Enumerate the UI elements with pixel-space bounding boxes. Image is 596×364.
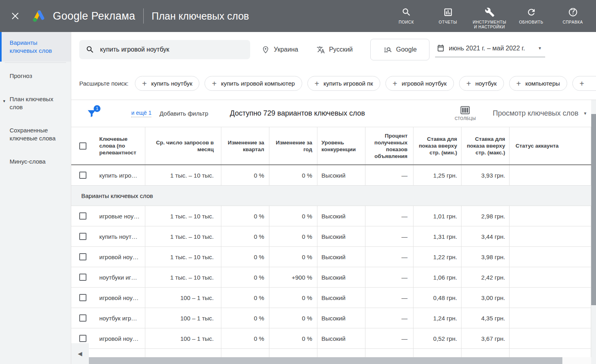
bid-high-cell: 4,35 грн. [462,308,510,328]
bid-low-cell: 1,22 грн. [413,247,462,267]
network-selector[interactable]: Google [370,39,429,60]
keyword-chip[interactable] [572,76,596,91]
col-header-bid-high[interactable]: Ставка для показа вверху стр. (макс.) [462,127,510,164]
col-header-impression-share[interactable]: Процент полученных показов объявления [365,127,413,164]
row-checkbox[interactable] [79,253,86,260]
year-change-cell: 0 % [269,206,317,226]
bid-high-cell: 3,44 грн. [462,226,510,246]
impression-share-cell: — [365,267,413,287]
quarter-change-cell: 0 % [221,328,269,348]
keyword-chip[interactable]: купить ноутбук [135,76,199,91]
table-row[interactable]: игровой ноу… 100 – 1 тыс. 0 % 0 % Высоки… [71,328,591,349]
sidebar: Варианты ключевых слов Прогноз ▼ План кл… [0,32,71,364]
competition-cell: Высокий [317,328,365,348]
row-checkbox[interactable] [79,233,86,240]
more-filters-link[interactable]: и ещё 1 [131,110,151,117]
keyword-search-input[interactable]: купить игровой ноутбук [79,40,250,59]
add-filter-button[interactable]: Добавить фильтр [159,110,208,117]
vertical-scrollbar-thumb[interactable] [591,114,596,305]
col-header-year-change[interactable]: Изменение за год [269,127,317,164]
keyword-cell: игровой ноу… [94,288,145,308]
topbar-divider [143,8,144,24]
account-status-cell [510,328,591,348]
available-count-text: Доступно 729 вариантов ключевых слов [230,109,365,118]
chevron-down-icon: ▼ [538,46,542,50]
keyword-chip[interactable]: купить игровой пк [307,76,380,91]
impression-share-cell: — [365,288,413,308]
sidebar-item-forecast[interactable]: Прогноз [0,66,71,86]
table-row[interactable]: купить игро… 1 тыс. – 10 тыс. 0 % 0 % Вы… [71,165,591,186]
tools-settings-action-button[interactable]: ИНСТРУМЕНТЫ И НАСТРОЙКИ [470,2,509,30]
brand-title: Google Реклама [53,10,135,22]
table-row[interactable]: купить ноут… 1 тыс. – 10 тыс. 0 % 0 % Вы… [71,226,591,247]
search-icon [401,7,411,17]
language-selector[interactable]: Русский [317,46,353,54]
translate-icon [317,46,325,54]
quarter-change-cell: 0 % [221,247,269,267]
search-action-button[interactable]: ПОИСК [387,2,425,25]
row-checkbox[interactable] [79,172,86,179]
volume-cell: 1 тыс. – 10 тыс. [145,206,221,226]
broaden-search-row: Расширьте поиск: купить ноутбук купить и… [71,67,596,100]
sidebar-item-keyword-ideas[interactable]: Варианты ключевых слов [0,32,71,62]
table-row[interactable]: ноутбуки иг… 1 тыс. – 10 тыс. 0 % +900 %… [71,267,591,288]
table-row[interactable]: ноутбук игр… 100 – 1 тыс. 0 % 0 % Высоки… [71,308,591,328]
year-change-cell: 0 % [269,328,317,348]
collapse-panel-button[interactable] [71,343,89,364]
col-header-competition[interactable]: Уровень конкуренции [317,127,365,164]
select-all-checkbox[interactable] [79,142,86,150]
keyword-chip[interactable]: игровой ноутбук [385,76,454,91]
account-status-cell [510,226,591,246]
col-header-keywords[interactable]: Ключевые слова (по релевантност [94,127,145,164]
view-selector[interactable]: Просмотр ключевых слов ▼ [493,109,587,118]
table-row[interactable]: игровой ноу… 100 – 1 тыс. 0 % 0 % Высоки… [71,288,591,308]
horizontal-scrollbar[interactable] [89,357,591,364]
volume-cell: 100 – 1 тыс. [145,328,221,348]
refresh-action-button[interactable]: ОБНОВИТЬ [512,2,550,25]
row-checkbox[interactable] [79,274,86,281]
table-row[interactable]: игровые ноу… 1 тыс. – 10 тыс. 0 % 0 % Вы… [71,206,591,226]
bid-high-cell: 3,93 грн. [462,165,510,185]
impression-share-cell: — [365,165,413,185]
horizontal-scrollbar-thumb[interactable] [89,357,562,364]
filter-button[interactable]: 1 [86,108,98,119]
bid-high-cell: 3,00 грн. [462,288,510,308]
columns-button[interactable]: СТОЛБЦЫ [455,106,476,121]
col-header-avg-searches[interactable]: Ср. число запросов в месяц [145,127,221,164]
account-status-cell [510,206,591,226]
row-checkbox[interactable] [79,314,86,322]
volume-cell: 100 – 1 тыс. [145,288,221,308]
vertical-scrollbar[interactable] [591,100,596,364]
col-header-account-status[interactable]: Статус аккаунта [510,127,591,164]
row-checkbox[interactable] [79,294,86,301]
account-status-cell [510,288,591,308]
volume-cell: 1 тыс. – 10 тыс. [145,267,221,287]
reports-action-button[interactable]: ОТЧЕТЫ [429,2,467,25]
chevron-down-icon[interactable]: ▼ [2,97,6,105]
sidebar-item-saved-keywords[interactable]: Сохраненные ключевые слова [0,120,71,148]
location-selector[interactable]: Украина [261,46,298,54]
manage-search-icon [383,45,392,54]
keyword-chip[interactable]: купить игровой компьютер [205,76,302,91]
quarter-change-cell: 0 % [221,206,269,226]
reports-icon [443,7,453,17]
col-header-quarter-change[interactable]: Изменение за квартал [221,127,269,164]
calendar-icon [437,44,445,52]
year-change-cell: +900 % [269,267,317,287]
close-icon[interactable] [10,10,21,22]
plus-icon [142,80,147,88]
section-header-keyword-ideas: Варианты ключевых слов [71,186,591,206]
sidebar-item-negative-keywords[interactable]: Минус-слова [0,152,71,172]
sidebar-item-keyword-plan[interactable]: ▼ План ключевых слов [0,89,71,117]
keyword-chip[interactable]: ноутбук [459,76,504,91]
row-checkbox[interactable] [79,335,86,342]
help-action-button[interactable]: СПРАВКА [554,2,592,25]
competition-cell: Высокий [317,165,365,185]
col-header-bid-low[interactable]: Ставка для показа вверху стр. (мин.) [413,127,462,164]
help-icon [568,7,578,17]
keyword-chip[interactable]: компьютеры [509,76,567,91]
date-range-selector[interactable]: июнь 2021 г. – май 2022 г. ▼ [435,42,545,57]
table-row-partial [71,349,591,357]
table-row[interactable]: игровой ноу… 1 тыс. – 10 тыс. 0 % 0 % Вы… [71,247,591,267]
row-checkbox[interactable] [79,212,86,220]
